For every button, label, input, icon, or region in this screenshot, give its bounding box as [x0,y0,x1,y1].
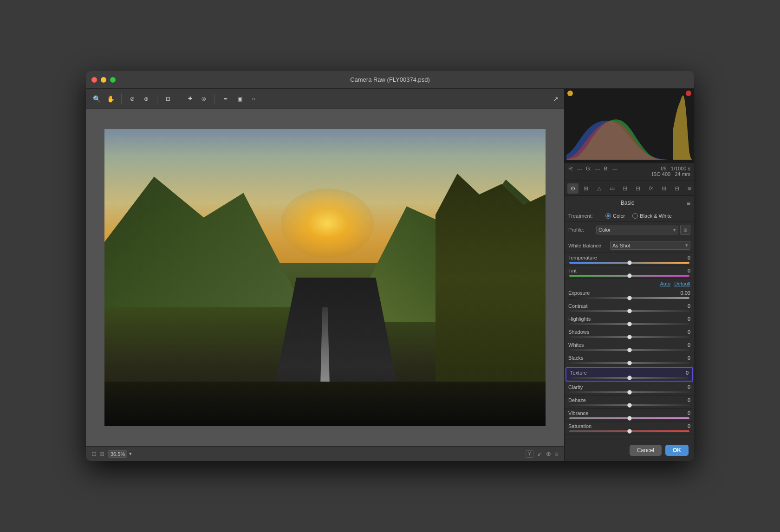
red-eye-tool[interactable]: ◎ [199,94,209,104]
highlights-value: 0 [676,316,690,322]
hsl-tab[interactable]: ▭ [606,183,618,194]
wb-row: White Balance: As Shot ▾ [565,238,694,253]
shadows-slider[interactable] [569,336,689,338]
bw-radio[interactable] [632,213,638,219]
fit-icon[interactable]: ⊡ [91,450,97,457]
nav-next-icon[interactable]: ⊕ [546,450,551,458]
zoom-control[interactable]: 36.5% ▾ [108,450,132,458]
highlight-warning[interactable] [686,91,691,96]
detail-tab[interactable]: △ [593,183,604,194]
presets-tab[interactable]: ⊟ [671,183,682,194]
panel-tabs: ⊙ ⊞ △ ▭ ⊟ ⊟ fx ⊟ ⊟ ≡ [565,181,694,196]
color-option[interactable]: Color [605,213,625,219]
cancel-button[interactable]: Cancel [630,445,662,456]
highlights-slider[interactable] [569,323,689,325]
basic-panel-tab[interactable]: ⊙ [567,183,578,194]
fx-tab[interactable]: fx [645,183,656,194]
clarity-slider-row: Clarity 0 [565,383,694,396]
texture-thumb[interactable] [627,376,632,380]
photo-container [104,129,546,426]
blacks-value: 0 [676,355,690,361]
dehaze-thumb[interactable] [627,403,632,408]
minimize-button[interactable] [101,77,106,83]
eyedropper-tool[interactable]: ⊘ [127,94,137,104]
profile-chevron: ▾ [673,227,676,233]
rgb-left: R: --- G: --- B: --- [568,166,618,177]
snapshot-tool[interactable]: ▣ [234,94,245,104]
whites-slider[interactable] [569,349,689,351]
tint-slider[interactable] [569,275,689,277]
whites-thumb[interactable] [627,348,632,352]
clarity-slider[interactable] [569,391,689,393]
saturation-slider-header: Saturation 0 [568,423,690,429]
dehaze-slider[interactable] [569,404,689,406]
tint-value: 0 [676,268,690,273]
temperature-thumb[interactable] [627,260,632,265]
blacks-label: Blacks [568,355,583,361]
healing-tool[interactable]: ✚ [185,94,195,104]
contrast-label: Contrast [568,303,588,309]
iso: ISO 400 [652,171,670,177]
export-icon[interactable]: ↗ [553,95,559,103]
split-tone-tab[interactable]: ⊟ [619,183,630,194]
shadows-value: 0 [676,329,690,335]
hand-tool[interactable]: ✋ [105,94,116,104]
circle-tool[interactable]: ○ [248,94,259,104]
texture-slider[interactable] [571,377,688,379]
pen-tool[interactable]: ✒ [221,94,231,104]
exposure-thumb[interactable] [627,296,632,300]
lens-tab[interactable]: ⊟ [632,183,644,194]
contrast-thumb[interactable] [627,309,632,313]
temperature-slider[interactable] [569,262,689,264]
histogram-chart [566,91,692,161]
tint-thumb[interactable] [627,273,632,278]
filter-icon[interactable]: Y [526,450,533,458]
auto-link[interactable]: Auto [660,281,671,286]
auto-default-row: Auto Default [565,279,694,288]
tint-slider-row: Tint 0 [565,266,694,279]
saturation-slider[interactable] [569,430,689,432]
clarity-label: Clarity [568,384,583,390]
camera-calib-tab[interactable]: ⊟ [658,183,670,194]
contrast-slider[interactable] [569,310,689,312]
crop-tool[interactable]: ⊡ [163,94,173,104]
r-label: R: [568,166,573,177]
clarity-thumb[interactable] [627,390,632,395]
zoom-tool[interactable]: 🔍 [91,94,102,104]
shadows-slider-row: Shadows 0 [565,327,694,340]
menu-icon[interactable]: ≡ [555,450,559,458]
blacks-thumb[interactable] [627,361,632,365]
exposure-slider[interactable] [569,297,689,299]
zoom-arrow[interactable]: ▾ [129,451,132,457]
vibrance-value: 0 [676,410,690,416]
fill-icon[interactable]: ⊞ [99,450,104,457]
wb-select[interactable]: As Shot ▾ [610,241,690,250]
maximize-button[interactable] [110,77,116,83]
default-link[interactable]: Default [674,281,690,286]
profile-grid-button[interactable]: ⊞ [680,225,690,235]
shadows-thumb[interactable] [627,335,632,339]
zoom-value[interactable]: 36.5% [108,450,127,458]
close-button[interactable] [91,77,97,83]
profile-select[interactable]: Color ▾ [596,226,678,234]
color-radio[interactable] [605,213,611,219]
nav-prev-icon[interactable]: ↙ [537,450,542,458]
target-adjust-tool[interactable]: ⊕ [141,94,151,104]
saturation-slider-row: Saturation 0 [565,422,694,435]
temperature-slider-header: Temperature 0 [568,255,690,260]
vibrance-slider-row: Vibrance 0 [565,409,694,422]
highlights-thumb[interactable] [627,322,632,326]
tone-curve-tab[interactable]: ⊞ [580,183,592,194]
rgb-row: R: --- G: --- B: --- f/9 1/1000 s ISO 40… [568,166,690,177]
bw-option[interactable]: Black & White [632,213,671,219]
panel-menu[interactable]: ≡ [688,185,691,192]
r-value: --- [577,166,582,177]
ok-button[interactable]: OK [665,445,689,456]
panel-section-menu[interactable]: ≡ [687,200,690,207]
vibrance-slider[interactable] [569,417,689,419]
vibrance-thumb[interactable] [627,416,632,421]
saturation-thumb[interactable] [627,429,632,434]
shadow-warning[interactable] [567,91,573,96]
blacks-slider[interactable] [569,362,689,364]
dehaze-slider-header: Dehaze 0 [568,397,690,403]
